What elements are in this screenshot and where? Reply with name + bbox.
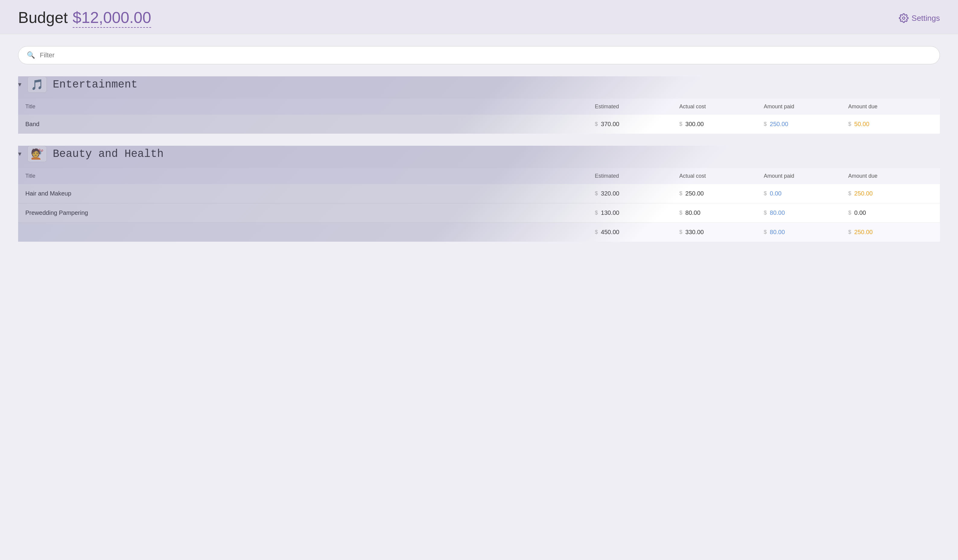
row-due: $ 0.00 <box>848 209 933 216</box>
budget-title: Budget $12,000.00 <box>18 8 151 28</box>
page-container: Budget $12,000.00 Settings 🔍 ▾ 🎵 Enterta… <box>0 0 958 266</box>
entertainment-chevron[interactable]: ▾ <box>18 81 21 89</box>
dollar-sign: $ <box>679 121 682 127</box>
row-estimated: $ 370.00 <box>595 121 679 128</box>
section-beauty: ▾ 💇 Beauty and Health Title Estimated Ac… <box>18 146 940 242</box>
entertainment-section-header[interactable]: ▾ 🎵 Entertainment <box>18 76 940 93</box>
dollar-sign: $ <box>764 121 767 127</box>
totals-actual: $ 330.00 <box>679 229 764 236</box>
beauty-table: Title Estimated Actual cost Amount paid … <box>18 168 940 242</box>
beauty-table-header: Title Estimated Actual cost Amount paid … <box>18 168 940 184</box>
dollar-sign: $ <box>848 190 851 197</box>
gear-icon <box>899 13 909 23</box>
row-paid: $ 250.00 <box>764 121 848 128</box>
totals-due: $ 250.00 <box>848 229 933 236</box>
col-title-1: Title <box>25 173 595 179</box>
row-actual: $ 250.00 <box>679 190 764 197</box>
col-actual-1: Actual cost <box>679 173 764 179</box>
row-due: $ 50.00 <box>848 121 933 128</box>
beauty-title: Beauty and Health <box>53 148 163 160</box>
beauty-section-header[interactable]: ▾ 💇 Beauty and Health <box>18 146 940 162</box>
col-title-0: Title <box>25 103 595 110</box>
row-paid: $ 0.00 <box>764 190 848 197</box>
dollar-sign: $ <box>595 190 598 197</box>
dollar-sign: $ <box>595 121 598 127</box>
row-title: Band <box>25 121 595 128</box>
table-row[interactable]: Hair and Makeup $ 320.00 $ 250.00 $ 0.00 <box>18 184 940 203</box>
settings-label: Settings <box>912 14 940 23</box>
entertainment-title: Entertainment <box>53 78 138 91</box>
dollar-sign: $ <box>764 229 767 235</box>
settings-button[interactable]: Settings <box>899 13 940 23</box>
dollar-sign: $ <box>764 210 767 216</box>
beauty-icon: 💇 <box>27 146 47 162</box>
row-actual: $ 300.00 <box>679 121 764 128</box>
beauty-chevron[interactable]: ▾ <box>18 150 21 158</box>
col-estimated-0: Estimated <box>595 103 679 110</box>
dollar-sign: $ <box>848 229 851 235</box>
row-estimated: $ 320.00 <box>595 190 679 197</box>
entertainment-table: Title Estimated Actual cost Amount paid … <box>18 99 940 134</box>
row-due: $ 250.00 <box>848 190 933 197</box>
col-paid-0: Amount paid <box>764 103 848 110</box>
totals-paid: $ 80.00 <box>764 229 848 236</box>
row-paid: $ 80.00 <box>764 209 848 216</box>
dollar-sign: $ <box>679 210 682 216</box>
entertainment-table-header: Title Estimated Actual cost Amount paid … <box>18 99 940 115</box>
dollar-sign: $ <box>679 229 682 235</box>
svg-point-0 <box>902 17 905 19</box>
budget-amount: $12,000.00 <box>73 8 151 28</box>
dollar-sign: $ <box>848 121 851 127</box>
table-row[interactable]: Band $ 370.00 $ 300.00 $ 250.00 $ <box>18 115 940 134</box>
search-input[interactable] <box>40 51 931 59</box>
header: Budget $12,000.00 Settings <box>0 0 958 34</box>
table-row[interactable]: Prewedding Pampering $ 130.00 $ 80.00 $ … <box>18 203 940 223</box>
main-content: 🔍 ▾ 🎵 Entertainment Title Estimated Actu… <box>0 34 958 266</box>
col-actual-0: Actual cost <box>679 103 764 110</box>
col-estimated-1: Estimated <box>595 173 679 179</box>
row-title: Hair and Makeup <box>25 190 595 197</box>
dollar-sign: $ <box>764 190 767 197</box>
budget-label: Budget <box>18 8 68 27</box>
dollar-sign: $ <box>679 190 682 197</box>
col-paid-1: Amount paid <box>764 173 848 179</box>
search-icon: 🔍 <box>27 51 35 59</box>
col-due-0: Amount due <box>848 103 933 110</box>
dollar-sign: $ <box>848 210 851 216</box>
row-title: Prewedding Pampering <box>25 209 595 216</box>
dollar-sign: $ <box>595 210 598 216</box>
totals-estimated: $ 450.00 <box>595 229 679 236</box>
totals-row: $ 450.00 $ 330.00 $ 80.00 $ 250.00 <box>18 223 940 242</box>
search-bar[interactable]: 🔍 <box>18 46 940 64</box>
dollar-sign: $ <box>595 229 598 235</box>
row-actual: $ 80.00 <box>679 209 764 216</box>
entertainment-icon: 🎵 <box>27 76 47 93</box>
row-estimated: $ 130.00 <box>595 209 679 216</box>
col-due-1: Amount due <box>848 173 933 179</box>
section-entertainment: ▾ 🎵 Entertainment Title Estimated Actual… <box>18 76 940 134</box>
